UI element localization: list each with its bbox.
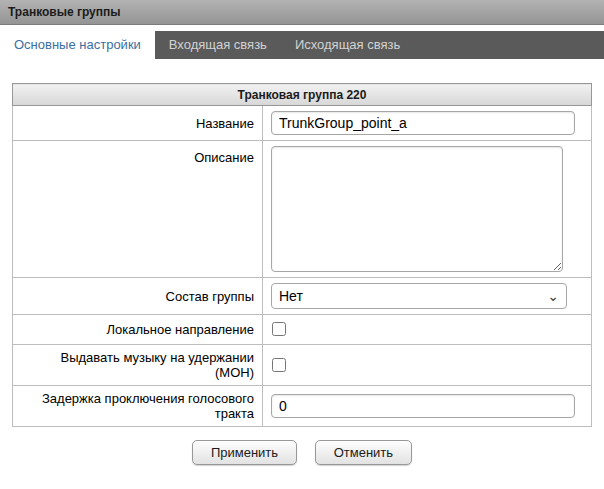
form-buttons: Применить Отменить bbox=[12, 440, 592, 465]
table-row-description: Описание bbox=[13, 141, 592, 278]
description-textarea[interactable] bbox=[271, 146, 563, 272]
table-row-local-direction: Локальное направление bbox=[13, 315, 592, 345]
cancel-button[interactable]: Отменить bbox=[315, 440, 412, 465]
voice-path-delay-label: Задержка проключения голосового тракта bbox=[13, 386, 263, 427]
voice-path-delay-input[interactable] bbox=[271, 394, 575, 418]
name-label: Название bbox=[13, 106, 263, 141]
moh-label: Выдавать музыку на удержании (MOH) bbox=[13, 345, 263, 386]
trunk-group-form: Транковая группа 220 Название Описание С… bbox=[12, 83, 592, 427]
group-members-select[interactable]: Нет bbox=[271, 283, 567, 309]
table-row-name: Название bbox=[13, 106, 592, 141]
tab-outgoing-link[interactable]: Исходящая связь bbox=[281, 31, 414, 59]
window-title-bar: Транковые группы bbox=[0, 0, 604, 25]
form-title: Транковая группа 220 bbox=[13, 84, 592, 106]
table-row-group-members: Состав группы Нет ⌄ bbox=[13, 278, 592, 315]
table-row-moh: Выдавать музыку на удержании (MOH) bbox=[13, 345, 592, 386]
local-direction-label: Локальное направление bbox=[13, 315, 263, 345]
table-row-voice-path-delay: Задержка проключения голосового тракта bbox=[13, 386, 592, 427]
local-direction-checkbox[interactable] bbox=[272, 322, 286, 336]
moh-checkbox[interactable] bbox=[272, 358, 286, 372]
tab-bar: Основные настройки Входящая связь Исходя… bbox=[0, 31, 604, 59]
tab-incoming-link[interactable]: Входящая связь bbox=[155, 31, 281, 59]
group-members-label: Состав группы bbox=[13, 278, 263, 315]
form-header-row: Транковая группа 220 bbox=[13, 84, 592, 106]
apply-button[interactable]: Применить bbox=[192, 440, 297, 465]
description-label: Описание bbox=[13, 141, 263, 278]
main-content: Транковая группа 220 Название Описание С… bbox=[0, 59, 604, 465]
name-input[interactable] bbox=[271, 111, 575, 135]
page-title: Транковые группы bbox=[8, 5, 121, 19]
tab-basic-settings[interactable]: Основные настройки bbox=[0, 31, 155, 59]
